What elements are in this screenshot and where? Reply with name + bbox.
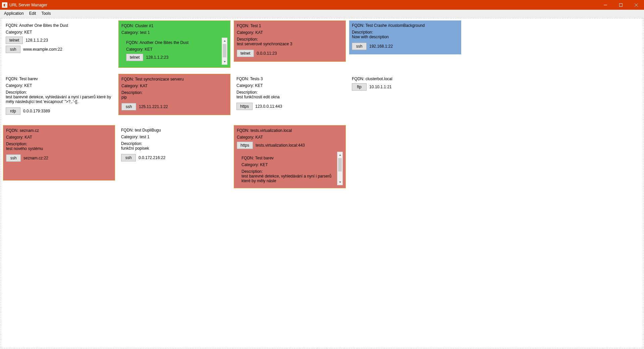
nested-panel: FQDN: Test barev Category: KET Descripti… xyxy=(237,152,343,185)
address-text: 128.1.1.2:23 xyxy=(25,38,48,43)
fqdn-line: FQDN: test DupliBugu xyxy=(121,128,228,133)
protocol-button-telnet[interactable]: telnet xyxy=(237,50,254,57)
category-line: Category: KAT xyxy=(237,135,343,140)
protocol-row: ssh www.example.com:22 xyxy=(6,46,112,53)
protocol-button-telnet[interactable]: telnet xyxy=(6,37,23,44)
svg-marker-7 xyxy=(339,182,341,183)
scroll-thumb[interactable] xyxy=(223,44,226,57)
server-card[interactable]: FQDN: Cluster #1 Category: test 1 FQDN: … xyxy=(118,20,230,68)
address-text: 128.1.1.2:23 xyxy=(146,55,168,60)
svg-marker-6 xyxy=(339,154,341,156)
svg-marker-4 xyxy=(224,40,226,42)
chevron-down-icon xyxy=(339,181,341,184)
protocol-row: https 123.0.0.11:443 xyxy=(236,103,343,110)
fqdn-line: FQDN: Test barev xyxy=(241,156,337,160)
address-text: 0.0.0.11:23 xyxy=(257,51,277,56)
server-card[interactable]: FQDN: Tests 3 Category: KET Description:… xyxy=(234,74,346,114)
protocol-button-ssh[interactable]: ssh xyxy=(6,154,21,162)
protocol-row: ssh 0.0.172.216:22 xyxy=(121,154,228,161)
protocol-button-ssh[interactable]: ssh xyxy=(352,43,367,50)
menu-edit[interactable]: Edit xyxy=(26,10,39,17)
scroll-up-button[interactable] xyxy=(222,38,227,44)
window-minimize-button[interactable] xyxy=(598,0,613,10)
server-card[interactable]: FQDN: Test barev Category: KET Descripti… xyxy=(3,74,115,119)
fqdn-line: FQDN: Another One Bites the Dust xyxy=(6,23,112,28)
protocol-row: ssh seznam.cz:22 xyxy=(6,154,112,162)
close-icon xyxy=(635,3,638,7)
protocol-row: ssh 192.168.1:22 xyxy=(352,43,459,50)
chevron-down-icon xyxy=(223,60,226,63)
nested-panel: FQDN: Another One Bites the Dust Categor… xyxy=(121,38,227,65)
description-block: Description: pip xyxy=(121,90,227,100)
fqdn-line: FQDN: Test synchronizace serveru xyxy=(121,77,227,82)
window-close-button[interactable] xyxy=(629,0,644,10)
protocol-button-telnet[interactable]: telnet xyxy=(126,54,143,61)
category-line: Category: KET xyxy=(6,30,112,35)
protocol-row: telnet 128.1.1.2:23 xyxy=(6,37,112,44)
scroll-down-button[interactable] xyxy=(337,179,342,185)
protocol-row: telnet 128.1.1.2:23 xyxy=(126,54,221,61)
protocol-button-ftp[interactable]: ftp xyxy=(352,83,367,91)
protocol-row: https tests.virtualization.local:443 xyxy=(237,142,343,149)
chevron-up-icon xyxy=(339,154,341,156)
protocol-button-ssh[interactable]: ssh xyxy=(121,154,136,161)
address-text: seznam.cz:22 xyxy=(23,156,48,160)
protocol-row: telnet 0.0.0.11:23 xyxy=(237,50,343,57)
scrollbar[interactable] xyxy=(222,38,227,65)
svg-rect-1 xyxy=(620,3,623,6)
server-grid: FQDN: Another One Bites the Dust Categor… xyxy=(3,20,641,188)
category-line: Category: test 1 xyxy=(121,30,227,35)
server-card[interactable]: FQDN: tests.virtualization.local Categor… xyxy=(234,125,346,188)
server-card[interactable]: FQDN: clusterbot.local ftp 10.10.1.1:21 xyxy=(349,74,461,95)
address-text: 123.0.0.11:443 xyxy=(255,104,282,109)
window-maximize-button[interactable] xyxy=(613,0,629,10)
category-line: Category: KET xyxy=(241,162,337,167)
titlebar: ◧ URL Server Manager xyxy=(0,0,644,10)
fqdn-line: FQDN: Test Crashe #customBackground xyxy=(352,23,459,28)
server-card[interactable]: FQDN: Test 1 Category: KAT Description: … xyxy=(234,20,346,62)
fqdn-line: FQDN: Test 1 xyxy=(237,23,343,28)
fqdn-line: FQDN: clusterbot.local xyxy=(352,77,459,81)
window-title: URL Server Manager xyxy=(9,3,47,7)
fqdn-line: FQDN: Cluster #1 xyxy=(121,23,227,28)
category-line: Category: KET xyxy=(236,83,343,88)
address-text: 0.0.172.216:22 xyxy=(139,155,165,160)
menubar: Application Edit Tools xyxy=(0,10,644,17)
description-block: Description: test barevné detekce, vyhle… xyxy=(6,90,112,104)
scroll-down-button[interactable] xyxy=(222,59,227,64)
protocol-button-ssh[interactable]: ssh xyxy=(121,103,136,110)
server-card[interactable]: FQDN: Test synchronizace serveru Categor… xyxy=(118,74,230,115)
description-block: Description: test funkčnosti edit okna xyxy=(236,90,343,99)
description-block: Description: test barevné detekce, vyhle… xyxy=(241,169,337,183)
menu-application[interactable]: Application xyxy=(1,10,26,17)
protocol-button-rdp[interactable]: rdp xyxy=(6,107,20,115)
server-card[interactable]: FQDN: Test Crashe #customBackground Desc… xyxy=(349,20,461,54)
scroll-thumb[interactable] xyxy=(338,158,342,171)
category-line: Category: test 1 xyxy=(121,135,228,139)
address-text: www.example.com:22 xyxy=(23,47,62,52)
description-block: Description: test serverové synchronizac… xyxy=(237,37,343,46)
scroll-up-button[interactable] xyxy=(337,152,342,158)
protocol-button-ssh[interactable]: ssh xyxy=(6,46,20,53)
protocol-row: ssh 125.11.221.1:22 xyxy=(121,103,227,110)
protocol-button-https[interactable]: https xyxy=(237,142,253,149)
fqdn-line: FQDN: seznam.cz xyxy=(6,128,112,133)
menu-tools[interactable]: Tools xyxy=(39,10,53,17)
category-line: Category: KET xyxy=(6,83,112,88)
address-text: 125.11.221.1:22 xyxy=(139,104,168,109)
scrollbar[interactable] xyxy=(337,152,343,185)
protocol-button-https[interactable]: https xyxy=(236,103,253,110)
server-card[interactable]: FQDN: seznam.cz Category: KAT Descriptio… xyxy=(3,125,115,181)
category-line: Category: KAT xyxy=(237,30,343,35)
category-line: Category: KAT xyxy=(6,135,112,140)
minimize-icon xyxy=(604,3,607,7)
address-text: 192.168.1:22 xyxy=(369,44,393,49)
description-block: Description: test nového systému xyxy=(6,142,112,151)
server-card[interactable]: FQDN: Another One Bites the Dust Categor… xyxy=(3,20,115,57)
chevron-up-icon xyxy=(223,40,226,42)
description-block: Description: funkční popisek xyxy=(121,141,228,151)
server-card[interactable]: FQDN: test DupliBugu Category: test 1 De… xyxy=(118,125,230,166)
address-text: tests.virtualization.local:443 xyxy=(256,143,305,148)
category-line: Category: KAT xyxy=(121,84,227,88)
maximize-icon xyxy=(619,3,623,7)
